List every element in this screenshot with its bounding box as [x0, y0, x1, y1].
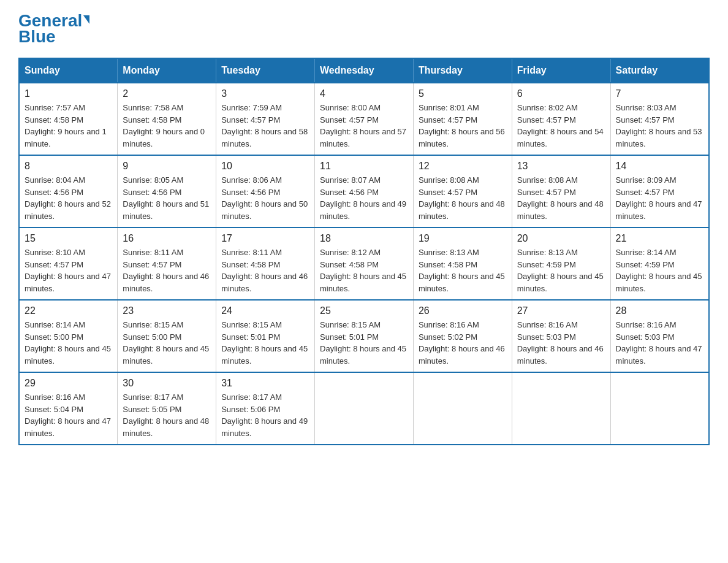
- calendar-cell: 31 Sunrise: 8:17 AMSunset: 5:06 PMDaylig…: [216, 372, 315, 445]
- day-info: Sunrise: 8:14 AMSunset: 5:00 PMDaylight:…: [25, 319, 112, 367]
- day-of-week-wednesday: Wednesday: [315, 58, 414, 83]
- day-number: 6: [517, 88, 605, 99]
- calendar-cell: 5 Sunrise: 8:01 AMSunset: 4:57 PMDayligh…: [413, 83, 512, 155]
- day-number: 9: [123, 161, 211, 172]
- day-info: Sunrise: 8:09 AMSunset: 4:57 PMDaylight:…: [616, 174, 703, 222]
- calendar-cell: [512, 372, 610, 445]
- day-info: Sunrise: 7:58 AMSunset: 4:58 PMDaylight:…: [123, 102, 211, 150]
- day-info: Sunrise: 8:16 AMSunset: 5:02 PMDaylight:…: [419, 319, 507, 367]
- day-number: 31: [221, 378, 309, 389]
- day-info: Sunrise: 8:10 AMSunset: 4:57 PMDaylight:…: [25, 247, 112, 294]
- day-info: Sunrise: 8:12 AMSunset: 4:58 PMDaylight:…: [320, 247, 408, 294]
- day-of-week-thursday: Thursday: [413, 58, 512, 83]
- calendar-cell: 2 Sunrise: 7:58 AMSunset: 4:58 PMDayligh…: [118, 83, 216, 155]
- day-info: Sunrise: 8:07 AMSunset: 4:56 PMDaylight:…: [320, 174, 408, 222]
- calendar-cell: 16 Sunrise: 8:11 AMSunset: 4:57 PMDaylig…: [118, 228, 216, 300]
- day-info: Sunrise: 8:15 AMSunset: 5:01 PMDaylight:…: [320, 319, 408, 367]
- calendar-cell: 13 Sunrise: 8:08 AMSunset: 4:57 PMDaylig…: [512, 155, 610, 228]
- day-info: Sunrise: 8:13 AMSunset: 4:58 PMDaylight:…: [419, 247, 507, 294]
- calendar-cell: 25 Sunrise: 8:15 AMSunset: 5:01 PMDaylig…: [315, 300, 414, 372]
- day-of-week-tuesday: Tuesday: [216, 58, 315, 83]
- page-header: General Blue: [18, 12, 710, 45]
- calendar-cell: 23 Sunrise: 8:15 AMSunset: 5:00 PMDaylig…: [118, 300, 216, 372]
- calendar-cell: 30 Sunrise: 8:17 AMSunset: 5:05 PMDaylig…: [118, 372, 216, 445]
- calendar-cell: 26 Sunrise: 8:16 AMSunset: 5:02 PMDaylig…: [413, 300, 512, 372]
- calendar-cell: 18 Sunrise: 8:12 AMSunset: 4:58 PMDaylig…: [315, 228, 414, 300]
- day-info: Sunrise: 8:08 AMSunset: 4:57 PMDaylight:…: [419, 174, 507, 222]
- logo-blue-text: Blue: [18, 28, 56, 45]
- day-info: Sunrise: 8:06 AMSunset: 4:56 PMDaylight:…: [221, 174, 309, 222]
- calendar-week-row: 29 Sunrise: 8:16 AMSunset: 5:04 PMDaylig…: [19, 372, 709, 445]
- day-of-week-sunday: Sunday: [19, 58, 118, 83]
- calendar-cell: 6 Sunrise: 8:02 AMSunset: 4:57 PMDayligh…: [512, 83, 610, 155]
- day-of-week-saturday: Saturday: [610, 58, 709, 83]
- calendar-cell: 7 Sunrise: 8:03 AMSunset: 4:57 PMDayligh…: [610, 83, 709, 155]
- day-number: 11: [320, 161, 408, 172]
- day-info: Sunrise: 8:15 AMSunset: 5:00 PMDaylight:…: [123, 319, 211, 367]
- day-info: Sunrise: 8:08 AMSunset: 4:57 PMDaylight:…: [517, 174, 605, 222]
- day-number: 15: [25, 233, 112, 244]
- day-number: 19: [419, 233, 507, 244]
- day-info: Sunrise: 8:13 AMSunset: 4:59 PMDaylight:…: [517, 247, 605, 294]
- calendar-week-row: 22 Sunrise: 8:14 AMSunset: 5:00 PMDaylig…: [19, 300, 709, 372]
- calendar-cell: 28 Sunrise: 8:16 AMSunset: 5:03 PMDaylig…: [610, 300, 709, 372]
- calendar-cell: 20 Sunrise: 8:13 AMSunset: 4:59 PMDaylig…: [512, 228, 610, 300]
- day-of-week-monday: Monday: [118, 58, 216, 83]
- calendar-cell: 4 Sunrise: 8:00 AMSunset: 4:57 PMDayligh…: [315, 83, 414, 155]
- day-info: Sunrise: 8:16 AMSunset: 5:03 PMDaylight:…: [517, 319, 605, 367]
- day-info: Sunrise: 8:02 AMSunset: 4:57 PMDaylight:…: [517, 102, 605, 150]
- day-number: 23: [123, 305, 211, 316]
- calendar-cell: 8 Sunrise: 8:04 AMSunset: 4:56 PMDayligh…: [19, 155, 118, 228]
- calendar-cell: 14 Sunrise: 8:09 AMSunset: 4:57 PMDaylig…: [610, 155, 709, 228]
- day-info: Sunrise: 8:00 AMSunset: 4:57 PMDaylight:…: [320, 102, 408, 150]
- day-number: 10: [221, 161, 309, 172]
- day-number: 7: [616, 88, 703, 99]
- day-number: 20: [517, 233, 605, 244]
- day-number: 28: [616, 305, 703, 316]
- calendar-cell: 17 Sunrise: 8:11 AMSunset: 4:58 PMDaylig…: [216, 228, 315, 300]
- calendar-cell: [413, 372, 512, 445]
- calendar-cell: 19 Sunrise: 8:13 AMSunset: 4:58 PMDaylig…: [413, 228, 512, 300]
- day-of-week-friday: Friday: [512, 58, 610, 83]
- calendar-cell: 10 Sunrise: 8:06 AMSunset: 4:56 PMDaylig…: [216, 155, 315, 228]
- day-info: Sunrise: 8:16 AMSunset: 5:03 PMDaylight:…: [616, 319, 703, 367]
- calendar-header-row: SundayMondayTuesdayWednesdayThursdayFrid…: [19, 58, 709, 83]
- day-number: 16: [123, 233, 211, 244]
- logo: General Blue: [18, 12, 89, 45]
- calendar-week-row: 8 Sunrise: 8:04 AMSunset: 4:56 PMDayligh…: [19, 155, 709, 228]
- calendar-cell: 21 Sunrise: 8:14 AMSunset: 4:59 PMDaylig…: [610, 228, 709, 300]
- calendar-cell: 29 Sunrise: 8:16 AMSunset: 5:04 PMDaylig…: [19, 372, 118, 445]
- calendar-week-row: 1 Sunrise: 7:57 AMSunset: 4:58 PMDayligh…: [19, 83, 709, 155]
- day-info: Sunrise: 8:03 AMSunset: 4:57 PMDaylight:…: [616, 102, 703, 150]
- day-number: 4: [320, 88, 408, 99]
- day-info: Sunrise: 8:14 AMSunset: 4:59 PMDaylight:…: [616, 247, 703, 294]
- day-info: Sunrise: 8:11 AMSunset: 4:57 PMDaylight:…: [123, 247, 211, 294]
- day-info: Sunrise: 7:59 AMSunset: 4:57 PMDaylight:…: [221, 102, 309, 150]
- day-number: 22: [25, 305, 112, 316]
- day-number: 21: [616, 233, 703, 244]
- day-number: 30: [123, 378, 211, 389]
- day-info: Sunrise: 8:15 AMSunset: 5:01 PMDaylight:…: [221, 319, 309, 367]
- day-number: 27: [517, 305, 605, 316]
- day-info: Sunrise: 7:57 AMSunset: 4:58 PMDaylight:…: [25, 102, 112, 150]
- day-number: 5: [419, 88, 507, 99]
- day-info: Sunrise: 8:11 AMSunset: 4:58 PMDaylight:…: [221, 247, 309, 294]
- day-number: 1: [25, 88, 112, 99]
- day-info: Sunrise: 8:01 AMSunset: 4:57 PMDaylight:…: [419, 102, 507, 150]
- day-info: Sunrise: 8:04 AMSunset: 4:56 PMDaylight:…: [25, 174, 112, 222]
- day-number: 2: [123, 88, 211, 99]
- calendar-cell: [610, 372, 709, 445]
- calendar-cell: [315, 372, 414, 445]
- day-number: 12: [419, 161, 507, 172]
- day-number: 29: [25, 378, 112, 389]
- day-number: 13: [517, 161, 605, 172]
- day-number: 8: [25, 161, 112, 172]
- calendar-cell: 9 Sunrise: 8:05 AMSunset: 4:56 PMDayligh…: [118, 155, 216, 228]
- day-info: Sunrise: 8:17 AMSunset: 5:06 PMDaylight:…: [221, 391, 309, 439]
- day-number: 14: [616, 161, 703, 172]
- day-number: 3: [221, 88, 309, 99]
- calendar-week-row: 15 Sunrise: 8:10 AMSunset: 4:57 PMDaylig…: [19, 228, 709, 300]
- calendar-cell: 24 Sunrise: 8:15 AMSunset: 5:01 PMDaylig…: [216, 300, 315, 372]
- day-info: Sunrise: 8:17 AMSunset: 5:05 PMDaylight:…: [123, 391, 211, 439]
- calendar-cell: 27 Sunrise: 8:16 AMSunset: 5:03 PMDaylig…: [512, 300, 610, 372]
